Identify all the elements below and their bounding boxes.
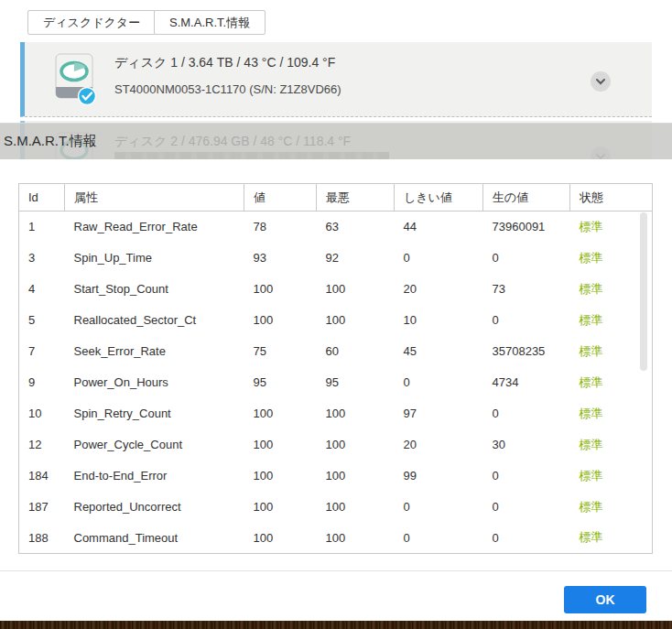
table-row: 7Seek_Error_Rate75604535708235標準 bbox=[19, 336, 653, 367]
table-cell: Spin_Up_Time bbox=[65, 243, 244, 274]
table-cell: 100 bbox=[317, 429, 395, 461]
table-cell: Raw_Read_Error_Rate bbox=[65, 211, 244, 243]
table-cell: 0 bbox=[483, 398, 570, 429]
table-cell: 100 bbox=[244, 398, 317, 429]
table-cell: 1 bbox=[19, 211, 65, 243]
table-row: 9Power_On_Hours959504734標準 bbox=[19, 367, 653, 398]
table-cell: 93 bbox=[244, 243, 317, 274]
table-row: 5Reallocated_Sector_Ct100100100標準 bbox=[19, 305, 653, 336]
table-cell: Seek_Error_Rate bbox=[65, 336, 244, 367]
ok-button[interactable]: OK bbox=[564, 586, 646, 613]
table-cell: 100 bbox=[317, 492, 395, 523]
table-cell: Power_On_Hours bbox=[65, 367, 244, 398]
table-cell: 30 bbox=[483, 429, 570, 461]
disk-row-1[interactable]: ディスク 1 / 3.64 TB / 43 °C / 109.4 °F ST40… bbox=[20, 42, 652, 117]
table-cell: 0 bbox=[483, 523, 570, 554]
table-row: 184End-to-End_Error100100990標準 bbox=[19, 461, 653, 492]
column-header: Id bbox=[19, 184, 65, 211]
table-scrollbar-thumb[interactable] bbox=[640, 212, 647, 371]
table-cell: 100 bbox=[244, 305, 317, 336]
table-cell: 97 bbox=[395, 398, 483, 429]
check-badge-icon bbox=[79, 88, 96, 105]
status-cell: 標準 bbox=[570, 367, 653, 398]
table-cell: 0 bbox=[395, 523, 483, 554]
table-cell: 9 bbox=[19, 367, 65, 398]
table-row: 4Start_Stop_Count1001002073標準 bbox=[19, 274, 653, 305]
table-cell: 3 bbox=[19, 243, 65, 274]
table-row: 187Reported_Uncorrect10010000標準 bbox=[19, 492, 653, 523]
table-cell: 5 bbox=[19, 305, 65, 336]
column-header: 属性 bbox=[65, 184, 244, 211]
table-cell: 100 bbox=[317, 523, 395, 554]
selected-accent-bar bbox=[20, 42, 25, 116]
column-header: 生の値 bbox=[483, 184, 570, 211]
table-cell: 10 bbox=[395, 305, 483, 336]
table-row: 3Spin_Up_Time939200標準 bbox=[19, 243, 653, 274]
table-cell: 0 bbox=[483, 305, 570, 336]
table-cell: 20 bbox=[395, 429, 483, 461]
table-cell: 35708235 bbox=[483, 336, 570, 367]
smart-attributes-table: Id属性値最悪しきい値生の値状態 1Raw_Read_Error_Rate786… bbox=[18, 183, 653, 554]
status-cell: 標準 bbox=[570, 398, 653, 429]
tab-disk-doctor[interactable]: ディスクドクター bbox=[27, 10, 156, 35]
tab-smart-info[interactable]: S.M.A.R.T.情報 bbox=[154, 10, 266, 35]
column-header: 値 bbox=[244, 184, 317, 211]
table-cell: 100 bbox=[244, 429, 317, 461]
table-cell: 187 bbox=[19, 492, 65, 523]
table-cell: 95 bbox=[317, 367, 395, 398]
table-cell: 78 bbox=[244, 211, 317, 243]
table-cell: 100 bbox=[244, 274, 317, 305]
status-cell: 標準 bbox=[570, 429, 653, 461]
table-cell: Reallocated_Sector_Ct bbox=[65, 305, 244, 336]
disk1-title: ディスク 1 / 3.64 TB / 43 °C / 109.4 °F bbox=[114, 55, 335, 71]
table-cell: 0 bbox=[483, 492, 570, 523]
table-cell: 92 bbox=[317, 243, 395, 274]
table-cell: 99 bbox=[395, 461, 483, 492]
table-cell: 60 bbox=[317, 336, 395, 367]
table-cell: 100 bbox=[244, 461, 317, 492]
table-cell: 73 bbox=[483, 274, 570, 305]
table-cell: Spin_Retry_Count bbox=[65, 398, 244, 429]
table-cell: 188 bbox=[19, 523, 65, 554]
table-cell: 95 bbox=[244, 367, 317, 398]
table-cell: 4734 bbox=[483, 367, 570, 398]
table-cell: Reported_Uncorrect bbox=[65, 492, 244, 523]
table-cell: 0 bbox=[395, 492, 483, 523]
dialog-body: Id属性値最悪しきい値生の値状態 1Raw_Read_Error_Rate786… bbox=[0, 159, 672, 621]
table-cell: 100 bbox=[317, 274, 395, 305]
dialog-header: S.M.A.R.T.情報 bbox=[0, 123, 672, 159]
table-cell: 63 bbox=[317, 211, 395, 243]
table-cell: 184 bbox=[19, 461, 65, 492]
table-cell: 7 bbox=[19, 336, 65, 367]
table-row: 188Command_Timeout10010000標準 bbox=[19, 523, 653, 554]
table-cell: 100 bbox=[317, 461, 395, 492]
table-cell: Command_Timeout bbox=[65, 523, 244, 554]
column-header: 最悪 bbox=[317, 184, 395, 211]
hard-drive-icon bbox=[51, 53, 97, 106]
status-cell: 標準 bbox=[570, 461, 653, 492]
table-cell: 12 bbox=[19, 429, 65, 461]
status-cell: 標準 bbox=[570, 492, 653, 523]
column-header: しきい値 bbox=[395, 184, 483, 211]
table-cell: 10 bbox=[19, 398, 65, 429]
table-cell: Start_Stop_Count bbox=[65, 274, 244, 305]
desktop-wallpaper-strip bbox=[0, 621, 672, 629]
table-cell: 100 bbox=[317, 305, 395, 336]
table-header-row: Id属性値最悪しきい値生の値状態 bbox=[19, 184, 653, 211]
table-cell: 0 bbox=[395, 367, 483, 398]
status-cell: 標準 bbox=[570, 523, 653, 554]
table-cell: 73960091 bbox=[483, 211, 570, 243]
table-cell: 4 bbox=[19, 274, 65, 305]
table-cell: Power_Cycle_Count bbox=[65, 429, 244, 461]
table-row: 12Power_Cycle_Count1001002030標準 bbox=[19, 429, 653, 461]
disk1-serial: ST4000NM0053-1C1170 (S/N: Z1Z8VD66) bbox=[114, 82, 341, 96]
table-cell: 75 bbox=[244, 336, 317, 367]
table-cell: 0 bbox=[483, 461, 570, 492]
table-row: 1Raw_Read_Error_Rate78634473960091標準 bbox=[19, 211, 653, 243]
table-cell: 0 bbox=[483, 243, 570, 274]
table-cell: 20 bbox=[395, 274, 483, 305]
smart-info-dialog: S.M.A.R.T.情報 Id属性値最悪しきい値生の値状態 1Raw_Read_… bbox=[0, 123, 672, 621]
table-cell: 100 bbox=[317, 398, 395, 429]
column-header: 状態 bbox=[570, 184, 653, 211]
chevron-down-icon[interactable] bbox=[591, 71, 611, 92]
